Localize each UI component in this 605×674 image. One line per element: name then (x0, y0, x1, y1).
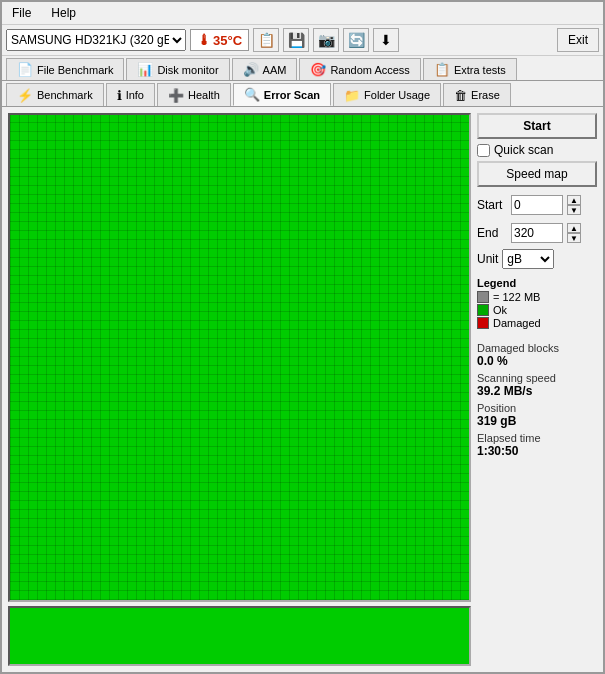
toolbar-btn-3[interactable]: 📷 (313, 28, 339, 52)
aam-icon: 🔊 (243, 62, 259, 77)
tab-info[interactable]: ℹ Info (106, 83, 155, 106)
exit-button[interactable]: Exit (557, 28, 599, 52)
speed-map-button[interactable]: Speed map (477, 161, 597, 187)
tab-row-2: ⚡ Benchmark ℹ Info ➕ Health 🔍 Error Scan… (2, 81, 603, 107)
random-access-icon: 🎯 (310, 62, 326, 77)
tab-error-scan-label: Error Scan (264, 89, 320, 101)
toolbar-btn-1[interactable]: 📋 (253, 28, 279, 52)
position-label: Position (477, 402, 597, 414)
scan-mini-container (8, 606, 471, 666)
toolbar: SAMSUNG HD321KJ (320 gB) 🌡 35°C 📋 💾 📷 🔄 … (2, 25, 603, 56)
tab-folder-usage[interactable]: 📁 Folder Usage (333, 83, 441, 106)
start-spinner-down[interactable]: ▼ (567, 205, 581, 215)
disk-monitor-icon: 📊 (137, 62, 153, 77)
tab-row-1: 📄 File Benchmark 📊 Disk monitor 🔊 AAM 🎯 … (2, 56, 603, 81)
scan-grid (10, 115, 469, 600)
start-input[interactable] (511, 195, 563, 215)
menu-file[interactable]: File (6, 4, 37, 22)
quick-scan-checkbox[interactable] (477, 144, 490, 157)
tab-health[interactable]: ➕ Health (157, 83, 231, 106)
position-value: 319 gB (477, 414, 597, 428)
scanning-speed-value: 39.2 MB/s (477, 384, 597, 398)
end-spinner: ▲ ▼ (567, 223, 581, 243)
tab-extra-tests[interactable]: 📋 Extra tests (423, 58, 517, 80)
unit-select[interactable]: gB MB Sectors (502, 249, 554, 269)
unit-label: Unit (477, 252, 498, 266)
start-spinner: ▲ ▼ (567, 195, 581, 215)
toolbar-btn-5[interactable]: ⬇ (373, 28, 399, 52)
stats-box: Damaged blocks 0.0 % Scanning speed 39.2… (477, 342, 597, 462)
unit-row: Unit gB MB Sectors (477, 249, 597, 269)
damaged-blocks-value: 0.0 % (477, 354, 597, 368)
info-icon: ℹ (117, 88, 122, 103)
file-benchmark-icon: 📄 (17, 62, 33, 77)
extra-tests-icon: 📋 (434, 62, 450, 77)
scan-area (8, 113, 471, 666)
menu-help[interactable]: Help (45, 4, 82, 22)
quick-scan-label[interactable]: Quick scan (494, 143, 553, 157)
legend-box: Legend = 122 MB Ok Damaged (477, 277, 597, 330)
health-icon: ➕ (168, 88, 184, 103)
benchmark-icon: ⚡ (17, 88, 33, 103)
tab-benchmark-label: Benchmark (37, 89, 93, 101)
legend-ok-label: Ok (493, 304, 507, 316)
error-scan-icon: 🔍 (244, 87, 260, 102)
tab-health-label: Health (188, 89, 220, 101)
elapsed-time-value: 1:30:50 (477, 444, 597, 458)
tab-aam-label: AAM (263, 64, 287, 76)
legend-damaged-color (477, 317, 489, 329)
end-spinner-up[interactable]: ▲ (567, 223, 581, 233)
temperature-value: 35°C (213, 33, 242, 48)
menubar: File Help (2, 2, 603, 25)
end-field-label: End (477, 226, 507, 240)
tab-random-access-label: Random Access (330, 64, 409, 76)
main-content: Start Quick scan Speed map Start ▲ ▼ End… (2, 107, 603, 672)
start-spinner-up[interactable]: ▲ (567, 195, 581, 205)
tab-info-label: Info (126, 89, 144, 101)
legend-damaged-label: Damaged (493, 317, 541, 329)
legend-damaged-item: Damaged (477, 317, 597, 329)
tab-file-benchmark-label: File Benchmark (37, 64, 113, 76)
erase-icon: 🗑 (454, 88, 467, 103)
tab-erase-label: Erase (471, 89, 500, 101)
legend-title: Legend (477, 277, 597, 289)
legend-size-label: = 122 MB (493, 291, 540, 303)
thermometer-icon: 🌡 (197, 32, 211, 48)
right-panel: Start Quick scan Speed map Start ▲ ▼ End… (477, 113, 597, 666)
scan-grid-container (8, 113, 471, 602)
end-field-row: End ▲ ▼ (477, 223, 597, 243)
legend-ok-item: Ok (477, 304, 597, 316)
toolbar-btn-2[interactable]: 💾 (283, 28, 309, 52)
quick-scan-row: Quick scan (477, 143, 597, 157)
damaged-blocks-label: Damaged blocks (477, 342, 597, 354)
tab-disk-monitor[interactable]: 📊 Disk monitor (126, 58, 229, 80)
tab-aam[interactable]: 🔊 AAM (232, 58, 298, 80)
tab-folder-usage-label: Folder Usage (364, 89, 430, 101)
tab-extra-tests-label: Extra tests (454, 64, 506, 76)
start-button[interactable]: Start (477, 113, 597, 139)
tab-disk-monitor-label: Disk monitor (157, 64, 218, 76)
tab-file-benchmark[interactable]: 📄 File Benchmark (6, 58, 124, 80)
tab-error-scan[interactable]: 🔍 Error Scan (233, 83, 331, 106)
legend-block-color (477, 291, 489, 303)
tab-random-access[interactable]: 🎯 Random Access (299, 58, 420, 80)
scanning-speed-label: Scanning speed (477, 372, 597, 384)
elapsed-time-label: Elapsed time (477, 432, 597, 444)
tab-erase[interactable]: 🗑 Erase (443, 83, 511, 106)
start-field-label: Start (477, 198, 507, 212)
scan-mini-grid (10, 608, 469, 664)
drive-select[interactable]: SAMSUNG HD321KJ (320 gB) (6, 29, 186, 51)
folder-usage-icon: 📁 (344, 88, 360, 103)
start-field-row: Start ▲ ▼ (477, 195, 597, 215)
legend-ok-color (477, 304, 489, 316)
tab-benchmark[interactable]: ⚡ Benchmark (6, 83, 104, 106)
toolbar-btn-4[interactable]: 🔄 (343, 28, 369, 52)
end-input[interactable] (511, 223, 563, 243)
legend-size-item: = 122 MB (477, 291, 597, 303)
end-spinner-down[interactable]: ▼ (567, 233, 581, 243)
temperature-display: 🌡 35°C (190, 29, 249, 51)
